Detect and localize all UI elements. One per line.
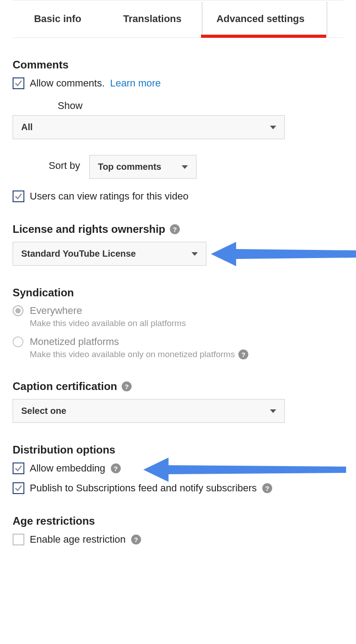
allow-comments-label: Allow comments. (30, 77, 105, 89)
svg-marker-0 (211, 242, 356, 266)
syndication-everywhere-radio[interactable] (13, 305, 23, 316)
active-tab-indicator (201, 35, 326, 38)
help-icon[interactable]: ? (131, 535, 141, 544)
allow-comments-checkbox[interactable] (13, 77, 24, 89)
comments-heading: Comments (13, 59, 343, 71)
svg-marker-1 (143, 458, 346, 482)
enable-age-restriction-label: Enable age restriction (30, 534, 126, 545)
publish-subscriptions-checkbox[interactable] (13, 482, 24, 494)
age-restrictions-heading: Age restrictions (13, 515, 343, 527)
allow-embedding-checkbox[interactable] (13, 463, 24, 474)
annotation-arrow (143, 455, 346, 484)
help-icon[interactable]: ? (262, 483, 272, 493)
tab-basic-info[interactable]: Basic info (13, 0, 103, 37)
show-select-value: All (21, 122, 33, 132)
check-icon (14, 79, 23, 88)
annotation-arrow (211, 238, 356, 270)
help-icon[interactable]: ? (238, 349, 248, 359)
allow-embedding-label: Allow embedding (30, 463, 105, 474)
caret-down-icon (182, 165, 188, 169)
enable-age-restriction-checkbox[interactable] (13, 534, 24, 545)
caption-select[interactable]: Select one (13, 399, 285, 423)
distribution-heading: Distribution options (13, 444, 343, 456)
caret-down-icon (270, 126, 276, 129)
view-ratings-checkbox[interactable] (13, 190, 24, 202)
check-icon (14, 484, 23, 493)
caret-down-icon (192, 252, 198, 256)
license-select[interactable]: Standard YouTube License (13, 242, 206, 266)
show-select[interactable]: All (13, 115, 285, 139)
learn-more-link[interactable]: Learn more (110, 77, 161, 89)
help-icon[interactable]: ? (111, 463, 121, 473)
sort-by-label: Sort by (49, 160, 80, 172)
tab-translations[interactable]: Translations (103, 0, 202, 37)
syndication-monetized-sublabel: Make this video available only on moneti… (30, 349, 235, 359)
tab-bar: Basic info Translations Advanced setting… (13, 0, 343, 38)
caption-select-value: Select one (21, 406, 66, 416)
license-heading-text: License and rights ownership (13, 223, 165, 236)
caret-down-icon (270, 409, 276, 413)
syndication-monetized-radio[interactable] (13, 336, 23, 347)
syndication-monetized-label: Monetized platforms (30, 336, 119, 348)
syndication-everywhere-label: Everywhere (30, 305, 82, 317)
caption-heading-text: Caption certification (13, 380, 117, 393)
syndication-everywhere-sublabel: Make this video available on all platfor… (30, 318, 343, 328)
show-label: Show (58, 100, 343, 112)
view-ratings-label: Users can view ratings for this video (30, 190, 188, 202)
syndication-heading: Syndication (13, 286, 343, 299)
sort-by-value: Top comments (98, 162, 161, 172)
license-select-value: Standard YouTube License (21, 249, 136, 259)
tab-advanced-settings[interactable]: Advanced settings (202, 0, 319, 37)
check-icon (14, 192, 23, 201)
help-icon[interactable]: ? (170, 224, 180, 234)
caption-heading: Caption certification ? (13, 380, 343, 393)
help-icon[interactable]: ? (122, 381, 132, 391)
publish-subscriptions-label: Publish to Subscriptions feed and notify… (30, 482, 257, 494)
sort-by-select[interactable]: Top comments (89, 155, 196, 179)
license-heading: License and rights ownership ? (13, 223, 343, 236)
check-icon (14, 464, 23, 473)
